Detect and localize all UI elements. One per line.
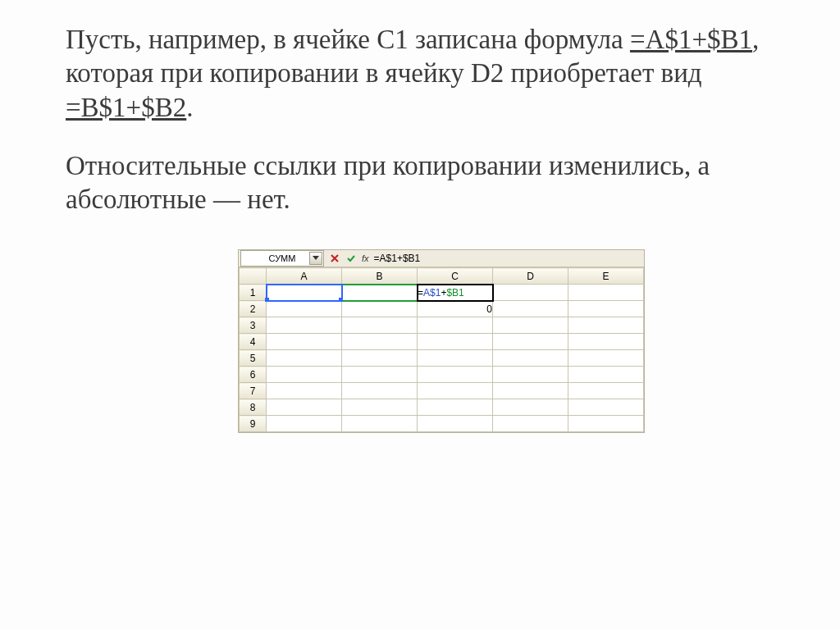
row-header-2[interactable]: 2 [240, 301, 267, 317]
fx-icon[interactable]: fx [362, 253, 369, 263]
formula-bar-text[interactable]: =A$1+$B1 [374, 253, 421, 264]
spreadsheet: СУММ fx =A$1+$B1 A B C D E [238, 249, 645, 433]
cell-a4[interactable] [267, 334, 342, 350]
p1-suffix: . [186, 93, 193, 122]
cell-b3[interactable] [342, 317, 418, 334]
cell-d8[interactable] [493, 399, 568, 416]
cell-e2[interactable] [568, 301, 644, 317]
cell-c7[interactable] [418, 383, 493, 399]
cell-b8[interactable] [342, 399, 418, 416]
row-header-9[interactable]: 9 [240, 416, 267, 432]
cell-a7[interactable] [267, 383, 342, 399]
row-header-8[interactable]: 8 [240, 399, 267, 416]
cell-b2[interactable] [342, 301, 418, 317]
ref-a: A$1 [423, 287, 441, 299]
row-header-1[interactable]: 1 [240, 285, 267, 301]
cell-b7[interactable] [342, 383, 418, 399]
cell-c9[interactable] [418, 416, 493, 432]
eq-sign: = [418, 287, 423, 299]
cell-d6[interactable] [493, 367, 568, 383]
cell-e6[interactable] [568, 367, 644, 383]
row-header-3[interactable]: 3 [240, 317, 267, 334]
cell-e4[interactable] [568, 334, 644, 350]
cell-d7[interactable] [493, 383, 568, 399]
col-header-e[interactable]: E [568, 268, 644, 285]
col-header-d[interactable]: D [493, 268, 568, 285]
cell-b1[interactable] [342, 285, 418, 301]
cell-c3[interactable] [418, 317, 493, 334]
name-box[interactable]: СУММ [240, 250, 324, 267]
cell-e9[interactable] [568, 416, 644, 432]
cell-d9[interactable] [493, 416, 568, 432]
ref-b: $B1 [446, 287, 463, 299]
paragraph-2: Относительные ссылки при копировании изм… [66, 149, 774, 217]
name-box-dropdown-icon[interactable] [309, 252, 322, 265]
grid: A B C D E 1 =A$1+$B1 2 0 [239, 267, 644, 432]
cell-d2[interactable] [493, 301, 568, 317]
cell-c4[interactable] [418, 334, 493, 350]
col-header-a[interactable]: A [267, 268, 342, 285]
cell-c5[interactable] [418, 350, 493, 367]
cell-c1[interactable]: =A$1+$B1 [418, 285, 493, 301]
cell-b6[interactable] [342, 367, 418, 383]
cell-c1-formula: =A$1+$B1 [418, 287, 464, 299]
cell-a2[interactable] [267, 301, 342, 317]
cell-d3[interactable] [493, 317, 568, 334]
paragraph-1: Пусть, например, в ячейке С1 записана фо… [66, 23, 774, 125]
cancel-icon[interactable] [327, 251, 342, 266]
select-all-corner[interactable] [240, 268, 267, 285]
cell-d5[interactable] [493, 350, 568, 367]
col-header-c[interactable]: C [418, 268, 493, 285]
enter-icon[interactable] [344, 251, 358, 266]
cell-e5[interactable] [568, 350, 644, 367]
cell-a1[interactable] [267, 285, 342, 301]
cell-a6[interactable] [267, 367, 342, 383]
formula-bar: СУММ fx =A$1+$B1 [239, 250, 644, 267]
cell-c2[interactable]: 0 [418, 301, 493, 317]
cell-b5[interactable] [342, 350, 418, 367]
cell-e8[interactable] [568, 399, 644, 416]
cell-b4[interactable] [342, 334, 418, 350]
cell-c6[interactable] [418, 367, 493, 383]
cell-a5[interactable] [267, 350, 342, 367]
cell-e1[interactable] [568, 285, 644, 301]
row-header-4[interactable]: 4 [240, 334, 267, 350]
cell-e7[interactable] [568, 383, 644, 399]
name-box-text: СУММ [269, 253, 296, 263]
formula-1: =А$1+$В1 [630, 25, 752, 54]
col-header-b[interactable]: B [342, 268, 418, 285]
cell-c8[interactable] [418, 399, 493, 416]
cell-b9[interactable] [342, 416, 418, 432]
row-header-6[interactable]: 6 [240, 367, 267, 383]
svg-marker-0 [313, 256, 319, 260]
cell-d4[interactable] [493, 334, 568, 350]
cell-a8[interactable] [267, 399, 342, 416]
cell-e3[interactable] [568, 317, 644, 334]
cell-d1[interactable] [493, 285, 568, 301]
row-header-7[interactable]: 7 [240, 383, 267, 399]
formula-2: =В$1+$В2 [66, 93, 186, 122]
p1-prefix: Пусть, например, в ячейке С1 записана фо… [66, 25, 630, 54]
cell-a9[interactable] [267, 416, 342, 432]
cell-a3[interactable] [267, 317, 342, 334]
cell-c2-value: 0 [486, 303, 492, 315]
row-header-5[interactable]: 5 [240, 350, 267, 367]
